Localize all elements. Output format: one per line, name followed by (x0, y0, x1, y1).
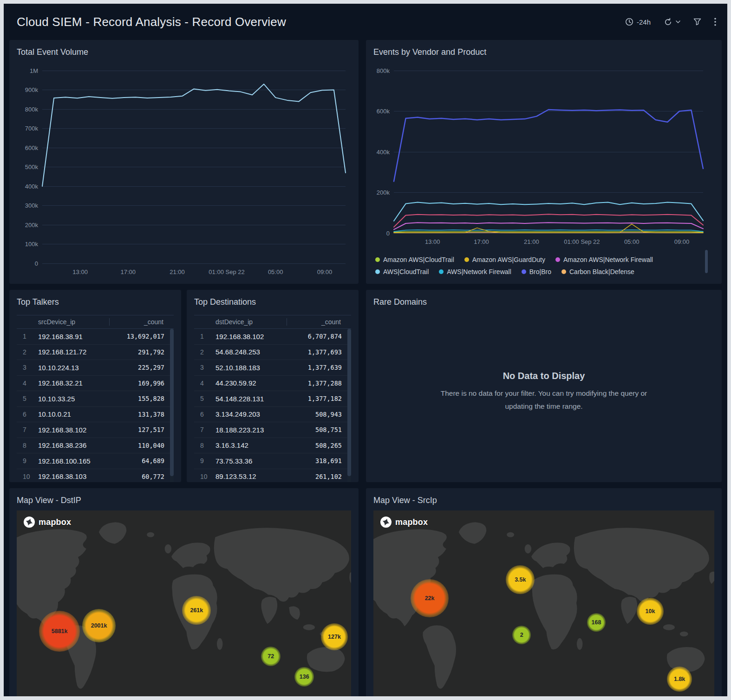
scrollbar-thumb[interactable] (347, 329, 351, 476)
legend-label: Amazon AWS|Network Firewall (563, 256, 653, 263)
legend-item[interactable]: Amazon AWS|Network Firewall (555, 256, 653, 263)
dashboard-content: Total Event Volume 0100k200k300k400k500k… (9, 40, 722, 696)
svg-text:700k: 700k (25, 125, 39, 132)
legend-scrollbar[interactable] (705, 250, 708, 273)
scrollbar-thumb[interactable] (170, 329, 174, 476)
bubble-count-label: 2001k (91, 622, 107, 629)
column-header-srcdevice-ip[interactable]: srcDevice_ip (17, 318, 109, 326)
svg-text:400k: 400k (377, 149, 390, 156)
map-bubble[interactable]: 136 (294, 667, 314, 687)
table-row: 352.10.188.1831,377,639 (194, 360, 347, 376)
count-cell: 64,689 (142, 457, 170, 464)
refresh-button[interactable] (664, 18, 680, 26)
column-header-dstdevice-ip[interactable]: dstDevice_ip (194, 318, 287, 326)
panel-map-view-srcip: Map View - SrcIp mapbox (366, 488, 722, 696)
row-index-cell: 3 (194, 364, 215, 371)
map-bubble[interactable]: 22k (411, 579, 449, 617)
map-canvas-srcip[interactable]: mapbox 22k3.5k216810k1.8k (373, 510, 714, 696)
legend-item[interactable]: AWS|CloudTrail (375, 268, 429, 275)
screenshot-frame: Cloud SIEM - Record Analysis - Record Ov… (0, 0, 731, 700)
svg-text:09:00: 09:00 (317, 268, 333, 275)
table-row: 254.68.248.2531,377,693 (194, 345, 347, 360)
ip-address-cell: 54.68.248.253 (215, 348, 308, 356)
svg-text:200k: 200k (377, 189, 390, 196)
ip-address-cell: 192.168.32.21 (38, 379, 138, 387)
mapbox-logo[interactable]: mapbox (380, 516, 428, 528)
legend-item[interactable]: Carbon Black|Defense (561, 268, 634, 275)
total-event-volume-chart[interactable]: 0100k200k300k400k500k600k700k800k900k1M1… (17, 67, 351, 278)
map-bubble[interactable]: 261k (182, 596, 211, 625)
map-bubble[interactable]: 72 (261, 647, 281, 666)
ip-address-cell: 89.123.53.12 (215, 472, 315, 480)
table-row: 310.10.224.13225,297 (17, 360, 170, 376)
count-cell: 508,943 (315, 411, 347, 418)
panel-title: Map View - DstIP (17, 495, 351, 506)
row-index-cell: 7 (17, 426, 38, 433)
count-cell: 13,692,017 (127, 333, 170, 340)
panel-title: Top Destinations (194, 296, 351, 307)
table-scrollbar[interactable] (347, 329, 351, 482)
svg-text:01:00 Sep 22: 01:00 Sep 22 (564, 238, 600, 245)
ip-address-cell: 10.10.0.21 (38, 410, 138, 418)
svg-text:400k: 400k (25, 183, 39, 190)
refresh-icon (664, 18, 672, 26)
table-row: 10192.168.38.10360,772 (17, 469, 170, 483)
svg-text:01:00 Sep 22: 01:00 Sep 22 (209, 268, 244, 275)
table-row: 610.10.0.21131,378 (17, 407, 170, 423)
column-header-count[interactable]: _count (109, 318, 174, 326)
filter-button[interactable] (693, 18, 701, 26)
kebab-menu-icon (714, 18, 716, 26)
bubble-count-label: 136 (300, 674, 309, 680)
legend-item[interactable]: Amazon AWS|GuardDuty (464, 256, 545, 263)
count-cell: 291,792 (138, 348, 170, 356)
table-row: 7192.168.38.102127,517 (17, 422, 170, 438)
map-bubble[interactable]: 168 (587, 613, 606, 632)
count-cell: 225,297 (138, 364, 170, 371)
panel-title: Map View - SrcIp (373, 495, 714, 506)
count-cell: 1,377,639 (308, 364, 347, 371)
map-bubble[interactable]: 5881k (39, 611, 80, 652)
row-index-cell: 8 (194, 442, 215, 449)
table-row: 8192.168.38.236110,040 (17, 438, 170, 454)
svg-text:500k: 500k (25, 164, 39, 170)
legend-item[interactable]: Amazon AWS|CloudTrail (375, 256, 454, 263)
dashboard: Cloud SIEM - Record Analysis - Record Ov… (4, 4, 727, 696)
column-header-count[interactable]: _count (287, 318, 351, 326)
legend-color-dot (522, 269, 526, 274)
ip-address-cell: 192.168.38.102 (38, 426, 138, 434)
svg-text:0: 0 (35, 260, 38, 267)
map-bubble[interactable]: 3.5k (506, 565, 535, 594)
panel-title: Top Talkers (17, 296, 174, 307)
time-range-label: -24h (637, 18, 651, 26)
mapbox-logo[interactable]: mapbox (23, 516, 71, 528)
row-index-cell: 7 (194, 426, 215, 433)
table-header: srcDevice_ip _count (17, 315, 174, 329)
map-bubble[interactable]: 2 (512, 626, 531, 644)
legend-item[interactable]: Bro|Bro (522, 268, 551, 275)
panel-top-talkers: Top Talkers srcDevice_ip _count 1192.168… (9, 290, 181, 482)
row-index-cell: 10 (17, 473, 38, 480)
svg-text:600k: 600k (377, 108, 390, 115)
dashboard-header: Cloud SIEM - Record Analysis - Record Ov… (9, 4, 722, 40)
row-index-cell: 2 (194, 348, 215, 356)
ip-address-cell: 18.188.223.213 (215, 426, 315, 434)
map-bubble[interactable]: 2001k (82, 609, 116, 642)
map-bubble[interactable]: 127k (321, 623, 348, 650)
row-index-cell: 10 (194, 473, 215, 480)
count-cell: 318,691 (315, 457, 347, 464)
svg-text:0: 0 (386, 230, 390, 237)
time-range-button[interactable]: -24h (625, 18, 651, 26)
table-row: 2192.168.121.72291,792 (17, 345, 170, 360)
map-bubble[interactable]: 10k (637, 598, 664, 625)
mapbox-wordmark: mapbox (39, 517, 71, 527)
svg-text:800k: 800k (377, 67, 390, 74)
events-by-vendor-product-chart[interactable]: 0200k400k600k800k13:0017:0021:0001:00 Se… (373, 67, 714, 247)
more-options-button[interactable] (714, 18, 716, 26)
map-canvas-dstip[interactable]: mapbox 5881k2001k261k127k72136 (17, 510, 351, 696)
table-row: 4192.168.32.21169,996 (17, 376, 170, 392)
table-scrollbar[interactable] (170, 329, 174, 482)
map-bubble[interactable]: 1.8k (667, 667, 692, 692)
table-row: 83.16.3.142508,265 (194, 438, 347, 454)
ip-address-cell: 3.16.3.142 (215, 441, 315, 449)
legend-item[interactable]: AWS|Network Firewall (439, 268, 511, 275)
